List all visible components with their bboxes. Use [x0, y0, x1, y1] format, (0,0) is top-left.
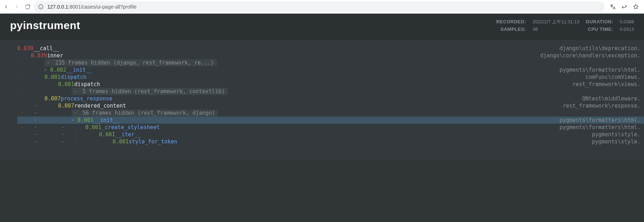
tree-row[interactable]: 0.001 dispatchrest_framework\views.	[17, 81, 644, 88]
samples-label: SAMPLES:	[496, 27, 526, 32]
frame-path: rest_framework\response.	[563, 102, 640, 109]
frame-time: 0.001	[85, 124, 101, 131]
frame-path: rest_framework\views.	[572, 81, 640, 88]
cputime-label: CPU TIME:	[586, 27, 613, 32]
app-title: pyinstrument	[10, 19, 80, 32]
site-info-icon[interactable]	[38, 4, 44, 10]
tree-row[interactable]: 0.001 _create_stylesheetpygments\formatt…	[17, 124, 644, 131]
recorded-label: RECORDED:	[496, 19, 526, 24]
samples-value: 38	[533, 27, 579, 32]
frame-path: QNtest\middleware.	[582, 95, 640, 102]
share-icon[interactable]	[621, 4, 628, 10]
tree-row[interactable]: ▸0.002 __init__pygments\formatters\html.	[17, 66, 644, 74]
profiler-app: pyinstrument RECORDED: 2022/2/7 上午11:31:…	[0, 14, 644, 222]
frame-path: pygments\formatters\html.	[559, 124, 640, 131]
frame-path: django\core\handlers\exception.	[540, 52, 640, 59]
frame-name: __iter__	[115, 131, 141, 138]
collapse-icon[interactable]: ▾	[72, 117, 75, 124]
frame-time: 0.001	[77, 117, 94, 124]
frame-time: 0.039	[17, 45, 33, 52]
frame-name: inner	[47, 52, 63, 59]
tree-row[interactable]: 0.007 process_responseQNtest\middleware.	[17, 95, 644, 102]
hidden-frames[interactable]: ▸56 frames hidden (rest_framework, djang…	[72, 109, 218, 117]
reload-button[interactable]	[24, 4, 31, 10]
frame-name: dispatch	[61, 74, 86, 81]
nav-buttons	[3, 4, 31, 10]
expand-icon: ▸	[75, 88, 78, 95]
frame-name: dispatch	[74, 81, 100, 88]
forward-button[interactable]	[14, 4, 20, 10]
toolbar-right	[607, 4, 641, 10]
frame-name: __call__	[33, 45, 59, 52]
hidden-frames[interactable]: ▸235 frames hidden (django, rest_framewo…	[44, 59, 217, 66]
expand-icon: ▸	[75, 109, 78, 117]
call-tree: 0.039 __call__django\utils\deprecation.0…	[0, 40, 644, 160]
frame-time: 0.002	[50, 66, 66, 74]
frame-path: pygments\style.	[592, 131, 640, 138]
duration-value: 0.0388	[620, 19, 634, 24]
translate-icon[interactable]	[610, 4, 616, 10]
hidden-frames-text: 5 frames hidden (rest_framework, context…	[82, 88, 225, 95]
frame-name: __init__	[94, 117, 119, 124]
recorded-value: 2022/2/7 上午11:31:13	[533, 19, 579, 25]
frame-path: pygments\formatters\html.	[559, 66, 640, 74]
hidden-frames-text: 56 frames hidden (rest_framework, django…	[82, 109, 215, 117]
tree-row[interactable]: 0.007 rendered_contentrest_framework\res…	[17, 102, 644, 109]
duration-label: DURATION:	[586, 19, 613, 24]
expand-icon: ▸	[47, 59, 51, 66]
tree-row[interactable]: ▾0.001 __init__pygments\formatters\html.	[17, 117, 644, 124]
frame-time: 0.001	[58, 81, 74, 88]
frame-path: django\utils\deprecation.	[559, 45, 640, 52]
tree-row[interactable]: 0.001 style_for_tokenpygments\style.	[17, 138, 644, 145]
frame-time: 0.039	[31, 52, 47, 59]
tree-row[interactable]: 0.001 dispatchcomFunc\comViews.	[17, 74, 644, 81]
frame-time: 0.001	[99, 131, 115, 138]
bookmark-star-icon[interactable]	[633, 4, 639, 10]
browser-toolbar: 127.0.0.1:8001/cases/ui-page-all?profile	[0, 0, 644, 14]
frame-time: 0.001	[44, 74, 61, 81]
tree-row[interactable]: 0.039 __call__django\utils\deprecation.	[17, 45, 644, 52]
tree-row[interactable]: 0.001 __iter__pygments\style.	[17, 131, 644, 138]
hidden-frames-text: 235 frames hidden (django, rest_framewor…	[55, 59, 214, 66]
frame-name: __init__	[66, 66, 92, 74]
frame-path: pygments\style.	[592, 138, 640, 145]
tree-row[interactable]: ▸56 frames hidden (rest_framework, djang…	[17, 109, 644, 117]
back-button[interactable]	[3, 4, 9, 10]
frame-name: rendered_content	[74, 102, 126, 109]
frame-path: pygments\formatters\html.	[559, 117, 640, 124]
frame-path: comFunc\comViews.	[585, 74, 640, 81]
frame-time: 0.007	[58, 102, 74, 109]
hidden-frames[interactable]: ▸5 frames hidden (rest_framework, contex…	[72, 88, 228, 95]
tree-row[interactable]: 0.039 innerdjango\core\handlers\exceptio…	[17, 52, 644, 59]
app-header: pyinstrument RECORDED: 2022/2/7 上午11:31:…	[0, 14, 644, 40]
address-bar[interactable]: 127.0.0.1:8001/cases/ui-page-all?profile	[34, 1, 605, 12]
tree-row[interactable]: ▸235 frames hidden (django, rest_framewo…	[17, 59, 644, 66]
frame-time: 0.001	[113, 138, 129, 145]
frame-name: style_for_token	[129, 138, 177, 145]
tree-row[interactable]: ▸5 frames hidden (rest_framework, contex…	[17, 88, 644, 95]
url-text: 127.0.0.1:8001/cases/ui-page-all?profile	[47, 4, 137, 10]
expand-icon[interactable]: ▸	[44, 66, 48, 74]
cputime-value: 0.0313	[620, 27, 634, 32]
frame-name: _create_stylesheet	[101, 124, 160, 131]
frame-time: 0.007	[44, 95, 61, 102]
metrics-grid: RECORDED: 2022/2/7 上午11:31:13 DURATION: …	[496, 19, 634, 32]
frame-name: process_response	[61, 95, 113, 102]
